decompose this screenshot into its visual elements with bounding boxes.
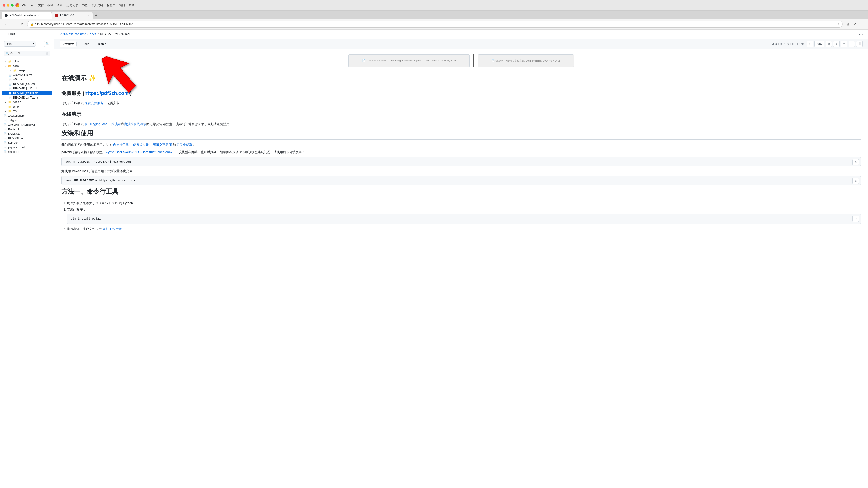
tree-item-6[interactable]: 📄README_ja-JP.md [0,86,54,91]
search-input-wrap[interactable]: 🔍 t [4,51,51,56]
section-method1-title: 方法一、命令行工具 [61,187,861,198]
tree-item-4[interactable]: 📄APIs.md [0,77,54,82]
copy-code-3-button[interactable]: ⧉ [852,216,859,222]
bookmark-icon[interactable]: ☆ [837,22,840,26]
copy-code-2-button[interactable]: ⧉ [852,178,859,184]
folder-icon-9: 📁 [8,101,11,104]
breadcrumb-repo[interactable]: PDFMathTranslate [60,32,86,36]
tree-item-icon-5: 📄 [8,83,12,86]
tree-item-name-18: app.json [8,141,51,144]
tree-item-20[interactable]: 📄setup.cfg [0,150,54,154]
copy-raw-button[interactable]: ⧉ [826,41,832,47]
tab-favicon-2 [55,14,58,17]
tab-close-1[interactable]: ✕ [45,13,49,17]
menu-bookmarks[interactable]: 书签 [82,3,88,7]
close-button[interactable] [3,4,5,6]
tab-2[interactable]: 1706.03762 ✕ [52,12,93,19]
tab-code[interactable]: Code [79,41,92,47]
menu-window[interactable]: 窗口 [119,3,125,7]
print-button[interactable]: 🖨 [807,41,813,47]
powershell-desc: 如使用 PowerShell，请使用如下方法设置环境变量： [61,168,861,173]
model-link[interactable]: wybxc/DocLayout-YOLO-DocStructBench-onnx [106,150,172,154]
cast-button[interactable]: ⊡ [844,21,851,27]
tree-item-11[interactable]: ▸📁test [0,109,54,113]
code-block-1: set HF_ENDPOINT=https://hf-mirror.com ⧉ [61,157,861,166]
collapse-button[interactable]: ☰ [856,41,863,47]
add-file-button[interactable]: + [37,41,43,47]
workdir-link[interactable]: 当前工作目录 [103,227,122,231]
menu-history[interactable]: 历史记录 [66,3,78,7]
free-service-link[interactable]: https://pdf2zh.com/ [84,90,130,96]
menu-profile[interactable]: 个人资料 [91,3,103,7]
forward-button[interactable]: › [11,21,17,27]
address-bar[interactable]: 🔒 github.com/Byaidu/PDFMathTranslate/blo… [27,21,843,28]
edit-button[interactable]: ✏ [841,41,847,47]
sidebar-header: ☰ Files [0,30,54,39]
tree-item-13[interactable]: 📄.gitignore [0,118,54,123]
container-link[interactable]: 容器化部署 [177,143,192,147]
free-service-public-link[interactable]: 免费公共服务 [85,101,103,105]
tree-item-16[interactable]: 📄LICENSE [0,131,54,136]
menu-file[interactable]: 文件 [38,3,44,7]
menu-edit[interactable]: 编辑 [48,3,53,7]
extensions-button[interactable]: ⧩ [852,21,858,27]
tab-1[interactable]: PDFMathTranslate/docs/REA... ✕ [2,12,52,19]
tree-item-1[interactable]: ▾📂docs [0,64,54,68]
tree-item-0[interactable]: ▸📁.github [0,59,54,64]
tab-title-2: 1706.03762 [60,14,85,17]
menu-tabs[interactable]: 标签页 [107,3,116,7]
minimize-button[interactable] [7,4,9,6]
tree-item-5[interactable]: 📄README_GUI.md [0,82,54,86]
tree-item-3[interactable]: 📄ADVANCED.md [0,73,54,77]
branch-chevron: ▾ [33,42,34,45]
breadcrumb-folder[interactable]: docs [90,32,96,36]
top-link-label: Top [858,33,863,36]
maximize-button[interactable] [11,4,13,6]
branch-selector[interactable]: main ▾ + 🔍 [0,39,54,49]
gui-link[interactable]: 图形交互界面 [153,143,172,147]
back-button[interactable]: ‹ [3,21,9,27]
tree-item-18[interactable]: 📄app.json [0,140,54,145]
online-demo-desc: 你可以立即尝试 在 HuggingFace 上的演示和魔搭的在线演示而无需安装 … [61,122,861,127]
reload-button[interactable]: ↺ [19,21,25,27]
cli-link[interactable]: 命令行工具 [113,143,129,147]
tree-item-name-16: LICENSE [8,132,51,135]
search-icon: 🔍 [6,52,9,55]
more-options-button[interactable]: ⋯ [848,41,855,47]
tree-item-name-19: pyproject.toml [8,146,51,149]
huggingface-link[interactable]: 在 HuggingFace 上的演示 [85,122,121,126]
traffic-lights[interactable] [3,4,13,6]
tree-item-15[interactable]: 📄Dockerfile [0,127,54,131]
tree-item-icon-16: 📄 [4,132,7,135]
tree-item-9[interactable]: ▸📁pdf2zh [0,100,54,104]
tab-blame[interactable]: Blame [95,41,109,47]
folder-icon-1: 📂 [8,64,11,68]
modelscope-link[interactable]: 魔搭的在线演示 [124,122,146,126]
tree-item-icon-15: 📄 [4,128,7,131]
tree-item-7[interactable]: 📄README_zh-CN.md [2,91,52,95]
download-button[interactable]: ↓ [833,41,839,47]
search-file-button[interactable]: 🔍 [44,41,51,47]
file-search[interactable]: 🔍 t [0,49,54,58]
tab-close-2[interactable]: ✕ [86,13,90,17]
search-input[interactable] [10,52,45,55]
tree-item-8[interactable]: 📄README_zh-TW.md [0,95,54,100]
tree-item-17[interactable]: 📄README.md [0,136,54,140]
tab-preview[interactable]: Preview [60,41,76,47]
top-link[interactable]: ↑ Top [856,33,863,36]
branch-select-btn[interactable]: main ▾ [4,41,36,46]
menu-view[interactable]: 查看 [57,3,63,7]
portable-link[interactable]: 便携式安装 [133,143,149,147]
tree-item-14[interactable]: 📄.pre-commit-config.yaml [0,123,54,127]
menu-help[interactable]: 帮助 [129,3,134,7]
method1-steps: 确保安装了版本大于 3.8 且小于 3.12 的 Python 安装此程序： p… [67,201,861,231]
tree-item-name-6: README_ja-JP.md [13,87,51,90]
tree-item-2[interactable]: ▸📁images [0,68,54,73]
copy-code-1-button[interactable]: ⧉ [852,159,859,165]
new-tab-button[interactable]: + [93,12,99,19]
raw-button[interactable]: Raw [814,41,824,47]
tree-item-12[interactable]: 📄.dockerignore [0,113,54,118]
tree-item-19[interactable]: 📄pyproject.toml [0,145,54,150]
tree-item-10[interactable]: ▸📁script [0,104,54,109]
menu-button[interactable]: ⋮ [859,21,865,27]
